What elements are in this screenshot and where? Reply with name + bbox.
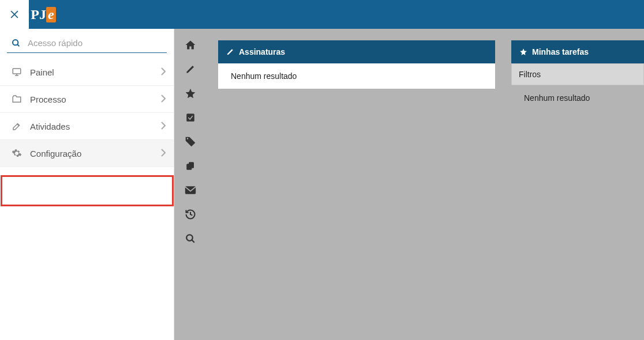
- sidebar-item-label: Atividades: [30, 122, 161, 131]
- edit-icon: [12, 121, 24, 131]
- panel-body: Nenhum resultado: [218, 63, 495, 89]
- svg-line-3: [17, 44, 19, 46]
- star-icon[interactable]: [185, 88, 196, 99]
- svg-point-2: [13, 40, 18, 45]
- panel-title: Assinaturas: [239, 47, 285, 56]
- chevron-right-icon: [161, 122, 166, 131]
- pencil-icon[interactable]: [185, 63, 196, 75]
- close-icon: [9, 9, 20, 20]
- sidebar-item-label: Painel: [30, 67, 161, 77]
- panel-signatures: Assinaturas Nenhum resultado: [218, 40, 495, 340]
- content-area: Assinaturas Nenhum resultado Minhas tare…: [207, 29, 644, 340]
- svg-rect-9: [189, 162, 194, 168]
- chevron-right-icon: [161, 95, 166, 104]
- logo-letter-e: e: [46, 7, 56, 22]
- pencil-icon: [226, 48, 234, 56]
- svg-rect-4: [13, 69, 21, 74]
- logo-letter-p: P: [31, 7, 39, 22]
- chevron-right-icon: [161, 149, 166, 158]
- envelope-icon[interactable]: [185, 184, 196, 196]
- svg-rect-10: [185, 186, 196, 194]
- app-logo: PJe: [29, 0, 58, 29]
- sidebar-item-configuracao[interactable]: Configuração: [0, 140, 174, 167]
- tags-icon[interactable]: [185, 136, 196, 148]
- svg-point-11: [186, 235, 193, 241]
- filters-row[interactable]: Filtros: [511, 63, 644, 85]
- search-input[interactable]: [28, 38, 167, 48]
- home-icon[interactable]: [185, 39, 196, 51]
- check-square-icon[interactable]: [185, 112, 196, 123]
- panel-title: Minhas tarefas: [532, 47, 589, 56]
- logo-letter-j: J: [39, 7, 46, 22]
- panel-header: Assinaturas: [218, 40, 495, 63]
- history-icon[interactable]: [185, 209, 196, 220]
- sidebar-item-label: Processo: [30, 95, 161, 104]
- chevron-right-icon: [161, 67, 166, 77]
- panel-header: Minhas tarefas: [511, 40, 644, 63]
- close-menu-button[interactable]: [0, 0, 29, 29]
- sidebar-item-processo[interactable]: Processo: [0, 86, 174, 113]
- search-icon[interactable]: [185, 233, 196, 244]
- monitor-icon: [12, 67, 24, 77]
- search-icon: [12, 39, 21, 48]
- panel-tasks: Minhas tarefas Filtros Nenhum resultado: [511, 40, 644, 340]
- sidebar-item-label: Configuração: [30, 149, 161, 158]
- svg-line-12: [192, 240, 194, 243]
- quick-search[interactable]: [0, 29, 174, 52]
- search-underline: [7, 52, 167, 53]
- copy-icon[interactable]: [185, 160, 196, 172]
- star-icon: [519, 48, 527, 56]
- empty-result-text: Nenhum resultado: [231, 71, 297, 81]
- panel-body: Nenhum resultado: [511, 85, 644, 111]
- icon-toolbar: [174, 29, 207, 340]
- svg-rect-7: [186, 114, 194, 122]
- sidebar-item-painel[interactable]: Painel: [0, 59, 174, 86]
- topbar: PJe: [0, 0, 644, 29]
- sidebar: Painel Processo Atividades: [0, 29, 174, 340]
- folder-icon: [12, 94, 24, 104]
- filters-label: Filtros: [519, 70, 541, 79]
- sidebar-item-atividades[interactable]: Atividades: [0, 113, 174, 140]
- gear-icon: [12, 148, 24, 158]
- empty-result-text: Nenhum resultado: [524, 93, 590, 103]
